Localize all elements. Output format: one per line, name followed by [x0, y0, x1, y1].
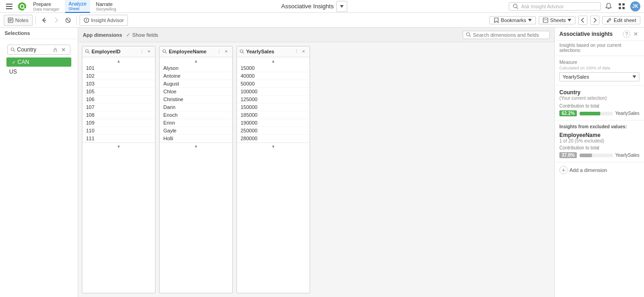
- notes-label: Notes: [15, 17, 29, 23]
- yearlysales-item-250000[interactable]: 250000: [237, 127, 310, 135]
- search-dimensions-input[interactable]: [473, 32, 546, 38]
- hamburger-menu-button[interactable]: [4, 1, 15, 12]
- svg-line-36: [166, 52, 167, 54]
- yearlysales-item-100000[interactable]: 100000: [237, 88, 310, 96]
- employeename-scroll-down[interactable]: ▼: [160, 143, 232, 150]
- selection-list-item-us[interactable]: US: [4, 67, 74, 76]
- filter-remove-button[interactable]: [60, 46, 67, 53]
- employeename-item-erinn[interactable]: Erinn: [160, 119, 232, 127]
- country-contribution-bar-fill: [580, 112, 600, 115]
- employeeid-menu-button[interactable]: ⋮: [138, 48, 145, 55]
- svg-rect-11: [622, 7, 625, 9]
- employeeid-item-111[interactable]: 111: [82, 135, 155, 143]
- employeename-item-gayle[interactable]: Gayle: [160, 127, 232, 135]
- country-filter-label: Country: [17, 46, 50, 53]
- insight-advisor-button[interactable]: Insight Advisor: [80, 15, 128, 26]
- svg-rect-28: [54, 50, 57, 52]
- bookmarks-button[interactable]: Bookmarks: [489, 16, 536, 24]
- bell-icon: [605, 3, 612, 10]
- selection-forward-button[interactable]: [51, 15, 62, 26]
- notes-button[interactable]: Notes: [4, 15, 33, 26]
- selection-list-item-can[interactable]: ✓ CAN: [6, 57, 71, 67]
- yearlysales-column: YearlySales ⋮ ✕ ▲ 15000 40000 50000 1000…: [236, 46, 310, 293]
- apps-button[interactable]: [616, 1, 627, 12]
- employeename-item-holli[interactable]: Holli: [160, 135, 232, 143]
- search-dimensions-box[interactable]: [463, 31, 550, 39]
- country-contribution-label: Contribution to total: [559, 103, 639, 109]
- employeeid-item-102[interactable]: 102: [82, 72, 155, 80]
- filter-lock-button[interactable]: [52, 46, 59, 53]
- search-dimensions-icon: [466, 32, 471, 37]
- employeeid-item-105[interactable]: 105: [82, 88, 155, 96]
- analyze-menu-item[interactable]: Analyze Sheet: [65, 0, 90, 13]
- yearlysales-item-190000[interactable]: 190000: [237, 119, 310, 127]
- excluded-card-subtitle: 1 of 20 (5% excluded): [559, 138, 639, 143]
- employeeid-item-108[interactable]: 108: [82, 111, 155, 119]
- employeeid-scroll-up[interactable]: ▲: [82, 57, 155, 64]
- svg-rect-8: [619, 3, 621, 6]
- yearlysales-item-125000[interactable]: 125000: [237, 96, 310, 103]
- employeeid-list: ▲ 101 102 103 105 106 107 108 109 110 11…: [82, 57, 155, 293]
- employeename-scroll-up[interactable]: ▲: [160, 57, 232, 64]
- employeeid-item-101[interactable]: 101: [82, 64, 155, 72]
- svg-rect-1: [6, 6, 12, 7]
- employeename-item-enoch[interactable]: Enoch: [160, 111, 232, 119]
- excluded-contribution-bar-fill: [580, 154, 592, 157]
- insights-close-button[interactable]: ✕: [632, 30, 639, 38]
- edit-sheet-button[interactable]: Edit sheet: [602, 16, 640, 24]
- employeeid-item-103[interactable]: 103: [82, 80, 155, 88]
- app-title-dropdown-button[interactable]: [336, 1, 347, 12]
- yearlysales-remove-button[interactable]: ✕: [300, 48, 307, 55]
- next-sheet-button[interactable]: [590, 16, 599, 25]
- yearlysales-item-15000[interactable]: 15000: [237, 64, 310, 72]
- notification-button[interactable]: [604, 1, 614, 11]
- yearlysales-item-185000[interactable]: 185000: [237, 111, 310, 119]
- excluded-card-title: EmployeeName: [559, 132, 639, 138]
- employeeid-item-106[interactable]: 106: [82, 96, 155, 103]
- ask-insight-advisor-search[interactable]: Ask Insight Advisor: [509, 2, 601, 11]
- yearlysales-scroll-down[interactable]: ▼: [237, 143, 310, 150]
- employeename-menu-button[interactable]: ⋮: [216, 48, 222, 55]
- insights-help-button[interactable]: ?: [623, 30, 630, 38]
- yearlysales-scroll-up[interactable]: ▲: [237, 57, 310, 64]
- employeename-item-august[interactable]: August: [160, 80, 232, 88]
- employeeid-item-107[interactable]: 107: [82, 103, 155, 111]
- employeeid-item-109[interactable]: 109: [82, 119, 155, 127]
- country-filter-container: Country ✓ CAN US: [0, 39, 78, 79]
- show-fields-checkbox[interactable]: ✓ Show fields: [126, 32, 158, 38]
- employeename-search-icon: [162, 49, 167, 54]
- sheets-button[interactable]: Sheets: [539, 16, 575, 24]
- svg-line-32: [469, 35, 471, 37]
- employeename-remove-button[interactable]: ✕: [223, 48, 230, 55]
- narrate-menu-item[interactable]: Narrate Storytelling: [92, 0, 120, 12]
- employeeid-header: EmployeeID ⋮ ✕: [82, 46, 155, 57]
- employeename-item-antoine[interactable]: Antoine: [160, 72, 232, 80]
- user-avatar[interactable]: JK: [630, 1, 640, 11]
- prev-sheet-button[interactable]: [578, 16, 587, 25]
- employeeid-scroll-down[interactable]: ▼: [82, 143, 155, 150]
- employeename-item-chloe[interactable]: Chloe: [160, 88, 232, 96]
- yearlysales-item-50000[interactable]: 50000: [237, 80, 310, 88]
- employeename-actions: ⋮ ✕: [216, 48, 230, 55]
- employeeid-remove-button[interactable]: ✕: [146, 48, 152, 55]
- employeeid-item-110[interactable]: 110: [82, 127, 155, 135]
- qlik-logo: [17, 1, 28, 12]
- add-dimension-button[interactable]: + Add a dimension: [555, 162, 644, 178]
- country-card-title: Country: [559, 89, 639, 96]
- employeename-item-alyson[interactable]: Alyson: [160, 64, 232, 72]
- employeename-item-christine[interactable]: Christine: [160, 96, 232, 103]
- measure-dropdown[interactable]: YearlySales: [559, 72, 639, 81]
- search-icon: [513, 4, 518, 9]
- yearlysales-menu-button[interactable]: ⋮: [293, 48, 299, 55]
- excluded-section: Insights from excluded values: EmployeeN…: [555, 120, 644, 162]
- yearlysales-item-150000[interactable]: 150000: [237, 103, 310, 111]
- country-card-subtitle: (Your current selection): [559, 96, 639, 101]
- prepare-menu-item[interactable]: Prepare Data manager: [29, 0, 63, 12]
- yearlysales-item-280000[interactable]: 280000: [237, 135, 310, 143]
- selection-forward-icon: [53, 17, 59, 23]
- selection-back-button[interactable]: [39, 15, 50, 26]
- clear-selections-button[interactable]: [63, 15, 74, 26]
- employeename-item-darin[interactable]: Darin: [160, 103, 232, 111]
- toolbar2-left: Notes Insight Advisor: [4, 15, 128, 26]
- yearlysales-item-40000[interactable]: 40000: [237, 72, 310, 80]
